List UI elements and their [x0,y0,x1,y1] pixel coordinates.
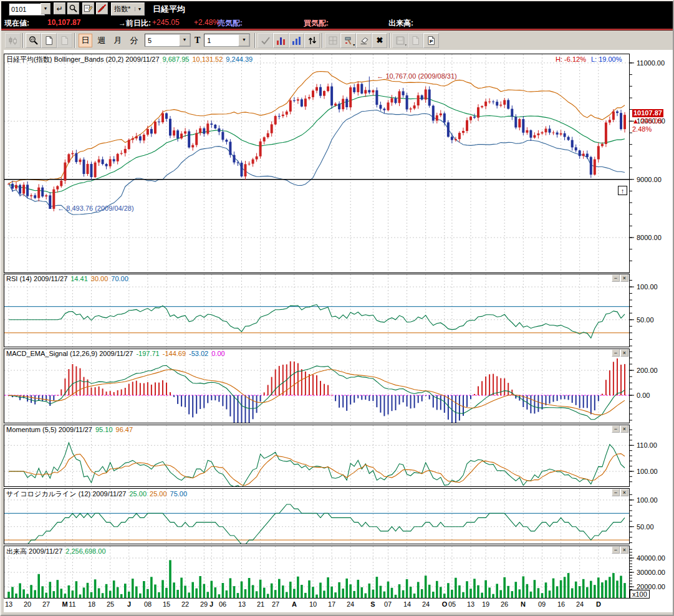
export-page-button[interactable] [408,33,423,48]
period-week-button[interactable]: 週 [95,34,108,47]
symbol-input[interactable] [9,3,45,16]
page-icon [44,36,54,46]
x-axis-label: N [521,600,526,608]
tick-count-select[interactable]: 1 ▼ [204,34,250,47]
chevron-down-icon: ▼ [179,34,190,46]
save-button[interactable]: ▾ [392,33,408,48]
svg-text:11000.00: 11000.00 [637,59,665,67]
print-page-button[interactable]: P [423,33,439,48]
search-icon [69,4,78,13]
updown-button[interactable] [304,33,320,48]
bid-label: 買気配: [304,18,329,29]
svg-text:P: P [430,39,433,44]
vol-minimize-button[interactable]: − [612,546,620,554]
tick-chart-button[interactable]: T [195,36,200,46]
check-icon [261,36,271,46]
momentum-panel[interactable]: 110.00100.00 [4,425,673,487]
category-select[interactable]: 指数* ▼ [111,2,145,16]
enter-button[interactable]: ↵ [54,2,65,14]
toolbar-separator [254,33,256,48]
main-header-value: 9,244.39 [226,55,253,63]
psy-close-button[interactable]: × [620,489,628,496]
svg-text:50.00: 50.00 [637,316,654,324]
period-month-button[interactable]: 月 [111,34,125,47]
copy-page-disabled-button[interactable] [57,33,72,48]
svg-text:50.00: 50.00 [637,523,654,531]
macd-header-value: -144.69 [163,350,186,357]
no-draw-button[interactable] [96,2,108,14]
rsi-panel[interactable]: 100.0050.00 [4,274,673,347]
x-axis-label: S [370,600,375,608]
main-chart-panel[interactable]: 11000.0010000.009000.008000.00 [4,54,673,273]
svg-text:110.00: 110.00 [637,441,657,449]
volume-unit-label: x100 [630,590,650,599]
chevron-down-icon: ▼ [135,7,144,11]
x-axis-label: 17 [328,600,335,608]
vol-close-button[interactable]: × [620,546,628,554]
high-low-indicator: H: -6.12%L: 19.00% [556,55,622,63]
macd-minimize-button[interactable]: − [612,349,620,357]
rsi-minimize-button[interactable]: − [612,274,620,282]
bar-chart-button[interactable] [289,33,304,48]
x-axis-label: 06 [219,600,226,608]
bars-red-blue-icon [276,36,286,46]
candle-chart-button[interactable] [5,33,21,48]
anchor-up-button[interactable]: ↑ [618,186,627,195]
x-icon: ✖ [376,36,383,45]
x-axis-label: 09 [538,600,546,608]
volume-label: 出来高: [388,18,413,29]
svg-text:9000.00: 9000.00 [637,176,662,183]
mom-close-button[interactable]: × [620,425,628,433]
line-check-button[interactable] [258,33,273,48]
x-axis-label: 19 [482,600,489,608]
x-axis-label: 24 [347,600,354,608]
mom-header-value: Momentum (5,5) 2009/11/27 [6,426,92,433]
symbol-dropdown-button[interactable]: ▼ [41,3,51,14]
current-price-label: 現在値: [4,18,29,29]
delete-drawings-button[interactable]: ✖ [372,33,387,48]
macd-header-value: MACD_EMA_Signal (12,26,9) 2009/11/27 [6,350,133,357]
no-draw-icon [97,4,107,13]
copy-page-button[interactable] [41,33,57,48]
mom-minimize-button[interactable]: − [612,425,620,433]
rsi-close-button[interactable]: × [620,274,628,282]
vol-header-value: 出来高 2009/11/27 [6,547,62,555]
page-p-icon: P [426,36,436,46]
save-icon [395,36,405,46]
macd-header-value: 0.00 [211,350,224,357]
change-pct: +2.48% [194,18,219,27]
chevron-down-icon: ▼ [238,34,249,46]
x-axis-label: 13 [238,600,246,608]
edit-button[interactable] [82,2,94,14]
macd-panel[interactable]: 200.000.00 [4,349,673,423]
callout-change: ▲ 245.05 [632,117,662,125]
x-axis-label: 18 [88,600,95,608]
macd-close-button[interactable]: × [620,349,628,357]
rsi-header-value: 70.00 [111,275,128,282]
eraser-button[interactable] [356,33,372,48]
search-button[interactable] [67,2,79,14]
toolbar-separator [74,33,75,48]
macd-panel-header: MACD_EMA_Signal (12,26,9) 2009/11/27-197… [6,350,228,357]
period-minute-button[interactable]: 分 [127,34,141,47]
x-axis-label: 07 [384,600,392,608]
chart-toolbar: 日 週 月 分 5 ▼ T 1 ▼ ▾ ✖ ▾ P [1,31,673,50]
interval-select[interactable]: 5 ▼ [145,34,191,47]
main-panel-header: 日経平均(指数) Bollinger_Bands (20,2) 2009/11/… [6,55,256,64]
svg-text:0.00: 0.00 [637,392,650,399]
zoom-button[interactable] [26,33,41,48]
page-icon [60,36,70,46]
bars-blue-icon [292,36,302,46]
status-bar: 現在値: 10,107.87 →前日比: +245.05 +2.48% 売気配:… [1,16,673,29]
edit-icon [84,4,93,13]
period-day-button[interactable]: 日 [79,34,92,47]
grid-button[interactable] [325,33,340,48]
volume-overlay-button[interactable] [273,33,289,48]
draw-tools-button[interactable]: ▾ [340,33,356,48]
psy-minimize-button[interactable]: − [612,489,620,496]
category-value: 指数* [112,4,135,14]
svg-text:100.00: 100.00 [637,283,658,291]
x-axis-label: 13 [5,600,12,608]
x-axis-label: 26 [501,600,508,608]
chart-area: 11000.0010000.009000.008000.00 100.0050.… [4,50,673,612]
